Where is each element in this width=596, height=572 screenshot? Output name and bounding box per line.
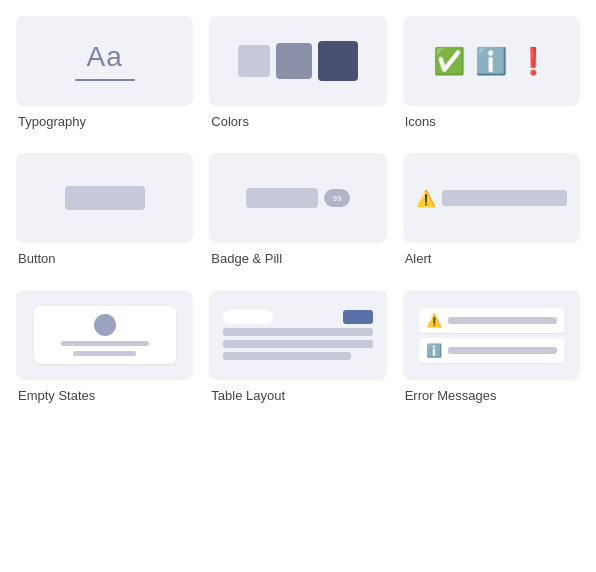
colors-label: Colors xyxy=(209,114,386,129)
icons-preview: ✅ ℹ️ ❗ xyxy=(403,16,580,106)
empty-states-preview xyxy=(16,290,193,380)
error-row-2: ℹ️ xyxy=(419,338,564,363)
card-button[interactable]: Button xyxy=(16,153,193,266)
error-info-icon: ℹ️ xyxy=(426,343,442,358)
error-messages-preview: ⚠️ ℹ️ xyxy=(403,290,580,380)
icons-label: Icons xyxy=(403,114,580,129)
badge-pill-text: 99 xyxy=(333,194,342,203)
warning-circle-icon: ❗ xyxy=(517,46,549,77)
button-mock xyxy=(65,186,145,210)
table-layout-preview xyxy=(209,290,386,380)
alert-preview: ⚠️ xyxy=(403,153,580,243)
component-grid: Aa Typography Colors ✅ ℹ️ ❗ Icons xyxy=(16,16,580,403)
typo-underline xyxy=(75,79,135,81)
card-alert[interactable]: ⚠️ Alert xyxy=(403,153,580,266)
badge-bar xyxy=(246,188,318,208)
typography-label: Typography xyxy=(16,114,193,129)
colors-preview xyxy=(209,16,386,106)
table-row-2 xyxy=(223,340,374,348)
error-bar-2 xyxy=(448,347,557,354)
typo-aa-text: Aa xyxy=(87,41,123,73)
error-warn-icon: ⚠️ xyxy=(426,313,442,328)
check-circle-icon: ✅ xyxy=(433,46,465,77)
alert-bar xyxy=(442,190,567,206)
card-table-layout[interactable]: Table Layout xyxy=(209,290,386,403)
table-btn-mock xyxy=(343,310,373,324)
card-icons[interactable]: ✅ ℹ️ ❗ Icons xyxy=(403,16,580,129)
table-header-mock xyxy=(223,310,374,324)
empty-card-mock xyxy=(34,306,176,364)
color-swatch-mid xyxy=(276,43,312,79)
badge-pill: 99 xyxy=(324,189,350,207)
card-empty-states[interactable]: Empty States xyxy=(16,290,193,403)
color-swatch-dark xyxy=(318,41,358,81)
error-row-1: ⚠️ xyxy=(419,308,564,333)
badge-preview: 99 xyxy=(209,153,386,243)
typography-preview: Aa xyxy=(16,16,193,106)
empty-avatar-icon xyxy=(94,314,116,336)
alert-label: Alert xyxy=(403,251,580,266)
card-error-messages[interactable]: ⚠️ ℹ️ Error Messages xyxy=(403,290,580,403)
table-row-1 xyxy=(223,328,374,336)
alert-triangle-icon: ⚠️ xyxy=(416,189,436,208)
error-bar-1 xyxy=(448,317,557,324)
info-circle-icon: ℹ️ xyxy=(475,46,507,77)
card-colors[interactable]: Colors xyxy=(209,16,386,129)
button-label: Button xyxy=(16,251,193,266)
table-row-3 xyxy=(223,352,351,360)
color-swatch-light xyxy=(238,45,270,77)
error-messages-label: Error Messages xyxy=(403,388,580,403)
table-search-mock xyxy=(223,310,273,324)
empty-states-label: Empty States xyxy=(16,388,193,403)
card-badge-pill[interactable]: 99 Badge & Pill xyxy=(209,153,386,266)
button-preview xyxy=(16,153,193,243)
badge-pill-label: Badge & Pill xyxy=(209,251,386,266)
card-typography[interactable]: Aa Typography xyxy=(16,16,193,129)
table-layout-label: Table Layout xyxy=(209,388,386,403)
